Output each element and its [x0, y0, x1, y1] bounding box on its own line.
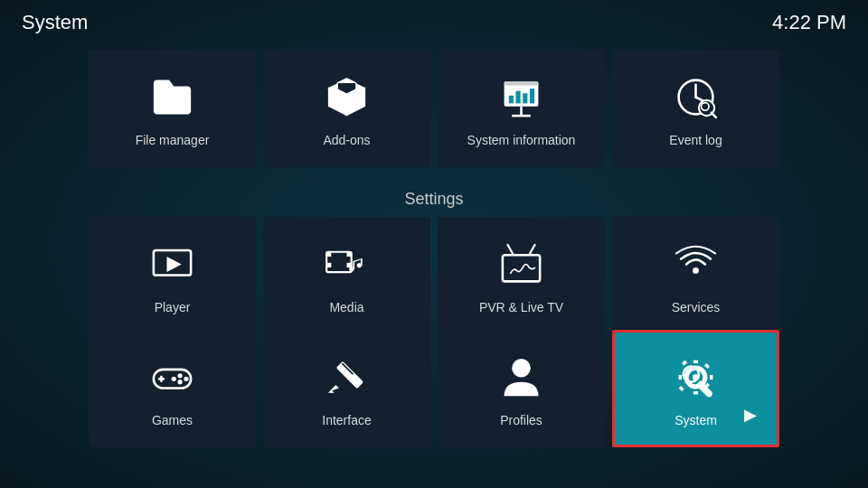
svg-point-31 — [184, 376, 188, 380]
tile-event-log-label: Event log — [669, 133, 722, 147]
media-icon — [320, 237, 374, 291]
tile-pvr-live-tv-label: PVR & Live TV — [479, 300, 563, 314]
top-bar: System 4:22 PM — [0, 0, 868, 45]
add-ons-icon — [320, 70, 374, 124]
tile-profiles[interactable]: Profiles — [438, 330, 605, 447]
svg-point-26 — [693, 267, 699, 273]
tile-games-label: Games — [152, 413, 193, 427]
cursor-indicator: ▶ — [744, 405, 757, 425]
tile-system-information[interactable]: System information — [438, 50, 605, 167]
svg-rect-21 — [347, 251, 352, 256]
system-information-icon — [495, 70, 549, 124]
svg-rect-3 — [505, 81, 539, 85]
svg-rect-20 — [326, 262, 331, 267]
tile-services[interactable]: Services — [612, 217, 779, 334]
tile-interface-label: Interface — [322, 413, 371, 427]
tile-pvr-live-tv[interactable]: PVR & Live TV — [438, 217, 605, 334]
svg-point-37 — [512, 358, 531, 377]
svg-point-32 — [178, 380, 183, 384]
settings-row2: Games Interface Profiles — [0, 330, 868, 447]
tile-interface[interactable]: Interface — [263, 330, 430, 447]
svg-rect-7 — [515, 90, 520, 103]
profiles-icon — [495, 350, 549, 404]
svg-rect-6 — [509, 95, 514, 103]
player-icon — [146, 237, 200, 291]
settings-row1: Player Media — [0, 217, 868, 334]
tile-add-ons-label: Add-ons — [323, 133, 370, 147]
tile-file-manager-label: File manager — [136, 133, 210, 147]
file-manager-icon — [146, 70, 200, 124]
interface-icon — [320, 350, 374, 404]
svg-rect-34 — [336, 361, 363, 388]
svg-point-33 — [172, 376, 176, 380]
system-icon — [669, 350, 723, 404]
svg-marker-17 — [166, 256, 181, 271]
pvr-live-tv-icon — [495, 237, 549, 291]
games-icon — [146, 350, 200, 404]
tile-system-information-label: System information — [467, 133, 576, 147]
svg-rect-19 — [326, 251, 331, 256]
settings-label: Settings — [0, 190, 868, 209]
svg-rect-22 — [347, 262, 352, 267]
tile-services-label: Services — [672, 300, 721, 314]
svg-line-25 — [529, 244, 535, 255]
tile-event-log[interactable]: Event log — [612, 50, 779, 167]
svg-line-14 — [712, 112, 716, 117]
tile-games[interactable]: Games — [89, 330, 256, 447]
tile-media-label: Media — [329, 300, 363, 314]
svg-rect-9 — [530, 89, 534, 103]
tile-system[interactable]: System ▶ — [612, 330, 779, 447]
tile-system-label: System — [675, 413, 717, 427]
svg-rect-8 — [523, 93, 527, 103]
app-title: System — [22, 11, 88, 34]
event-log-icon — [669, 70, 723, 124]
tile-media[interactable]: Media — [263, 217, 430, 334]
svg-line-24 — [507, 244, 514, 255]
tile-player[interactable]: Player — [89, 217, 256, 334]
tile-file-manager[interactable]: File manager — [89, 50, 256, 167]
tile-player-label: Player — [155, 300, 191, 314]
tile-profiles-label: Profiles — [500, 413, 542, 427]
tile-add-ons[interactable]: Add-ons — [263, 50, 430, 167]
clock: 4:22 PM — [772, 11, 846, 34]
svg-point-30 — [178, 373, 183, 378]
services-icon — [669, 237, 723, 291]
quick-access-row: File manager Add-ons — [0, 50, 868, 167]
